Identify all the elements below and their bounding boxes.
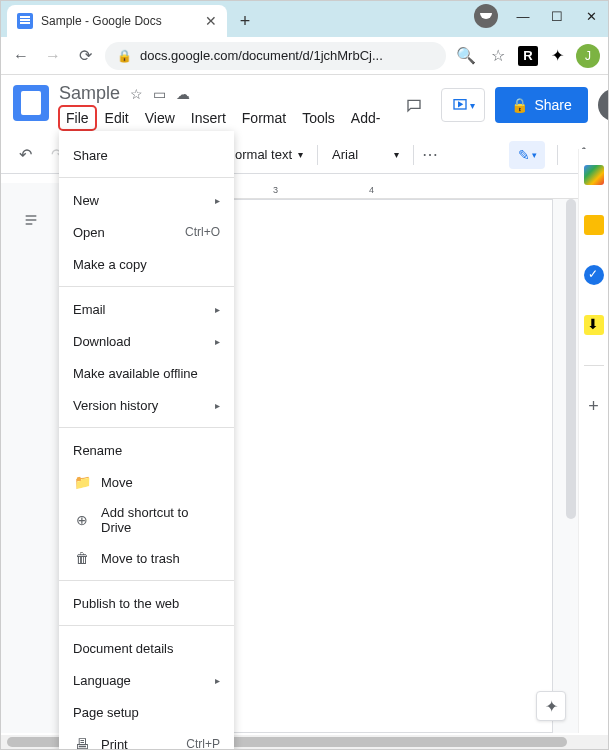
browser-avatar[interactable]: J	[576, 44, 600, 68]
url-input[interactable]: 🔒 docs.google.com/document/d/1jchMrbCj..…	[105, 42, 446, 70]
menu-item-label: Page setup	[73, 705, 220, 720]
cloud-status-icon[interactable]: ☁	[176, 86, 190, 102]
file-menu-download[interactable]: Download▸	[59, 325, 234, 357]
menu-add-[interactable]: Add-	[344, 106, 388, 130]
calendar-icon[interactable]	[584, 165, 604, 185]
file-menu-move[interactable]: 📁Move	[59, 466, 234, 498]
file-menu-make-available-offline[interactable]: Make available offline	[59, 357, 234, 389]
submenu-arrow-icon: ▸	[215, 304, 220, 315]
menu-insert[interactable]: Insert	[184, 106, 233, 130]
editing-mode-button[interactable]: ✎ ▾	[509, 141, 545, 169]
menu-item-label: Print	[101, 737, 176, 751]
move-folder-icon[interactable]: ▭	[153, 86, 166, 102]
move-icon: 📁	[73, 473, 91, 491]
reload-button[interactable]: ⟳	[73, 44, 97, 68]
present-button[interactable]: ▾	[441, 88, 485, 122]
file-menu-open[interactable]: OpenCtrl+O	[59, 216, 234, 248]
vertical-scrollbar[interactable]	[566, 199, 576, 519]
undo-button[interactable]: ↶	[11, 141, 39, 169]
menu-item-label: Language	[73, 673, 205, 688]
menu-tools[interactable]: Tools	[295, 106, 342, 130]
font-select[interactable]: Arial ▾	[326, 147, 405, 162]
comments-icon[interactable]	[397, 88, 431, 122]
incognito-icon	[474, 4, 498, 28]
explore-button[interactable]: ✦	[536, 691, 566, 721]
file-menu-document-details[interactable]: Document details	[59, 632, 234, 664]
menu-item-label: Email	[73, 302, 205, 317]
menu-item-label: Download	[73, 334, 205, 349]
ruler-tick: 4	[369, 185, 374, 195]
back-button[interactable]: ←	[9, 44, 33, 68]
menu-format[interactable]: Format	[235, 106, 293, 130]
file-menu-move-to-trash[interactable]: 🗑Move to trash	[59, 542, 234, 574]
file-menu-publish-to-the-web[interactable]: Publish to the web	[59, 587, 234, 619]
menu-bar: FileEditViewInsertFormatToolsAdd-	[59, 106, 387, 130]
docs-avatar[interactable]: J	[598, 89, 609, 121]
zoom-icon[interactable]: 🔍	[454, 44, 478, 68]
document-title[interactable]: Sample	[59, 83, 120, 104]
new-tab-button[interactable]: +	[231, 7, 259, 35]
menu-item-label: Rename	[73, 443, 220, 458]
menu-item-label: Add shortcut to Drive	[101, 505, 220, 535]
file-menu-new[interactable]: New▸	[59, 184, 234, 216]
forward-button[interactable]: →	[41, 44, 65, 68]
file-menu-share[interactable]: Share	[59, 139, 234, 171]
menu-item-label: Move to trash	[101, 551, 220, 566]
minimize-button[interactable]: —	[508, 3, 538, 29]
submenu-arrow-icon: ▸	[215, 400, 220, 411]
menu-item-label: Document details	[73, 641, 220, 656]
toolbar-more[interactable]: ⋯	[422, 145, 440, 164]
submenu-arrow-icon: ▸	[215, 195, 220, 206]
file-menu-dropdown: ShareNew▸OpenCtrl+OMake a copyEmail▸Down…	[59, 131, 234, 750]
close-tab-icon[interactable]: ✕	[205, 13, 217, 29]
url-text: docs.google.com/document/d/1jchMrbCj...	[140, 48, 383, 63]
submenu-arrow-icon: ▸	[215, 336, 220, 347]
addons-plus-icon[interactable]: +	[588, 396, 599, 417]
browser-address-bar: ← → ⟳ 🔒 docs.google.com/document/d/1jchM…	[1, 37, 608, 75]
trash-icon: 🗑	[73, 549, 91, 567]
bookmark-icon[interactable]: ☆	[486, 44, 510, 68]
menu-item-label: Publish to the web	[73, 596, 220, 611]
shortcut-label: Ctrl+P	[186, 737, 220, 750]
menu-file[interactable]: File	[59, 106, 96, 130]
close-window-button[interactable]: ✕	[576, 3, 606, 29]
submenu-arrow-icon: ▸	[215, 675, 220, 686]
menu-edit[interactable]: Edit	[98, 106, 136, 130]
file-menu-language[interactable]: Language▸	[59, 664, 234, 696]
file-menu-add-shortcut-to-drive[interactable]: ⊕Add shortcut to Drive	[59, 498, 234, 542]
menu-view[interactable]: View	[138, 106, 182, 130]
extension-r-icon[interactable]: R	[518, 46, 538, 66]
style-select[interactable]: ormal text ▾	[229, 147, 309, 162]
star-icon[interactable]: ☆	[130, 86, 143, 102]
menu-item-label: Make a copy	[73, 257, 220, 272]
menu-item-label: Open	[73, 225, 175, 240]
file-menu-version-history[interactable]: Version history▸	[59, 389, 234, 421]
menu-item-label: Make available offline	[73, 366, 220, 381]
docs-header: Sample ☆ ▭ ☁ FileEditViewInsertFormatToo…	[1, 75, 608, 130]
keep-icon[interactable]	[584, 215, 604, 235]
tasks-icon[interactable]	[584, 265, 604, 285]
share-label: Share	[534, 97, 571, 113]
lock-icon: 🔒	[511, 97, 528, 113]
browser-tab[interactable]: Sample - Google Docs ✕	[7, 5, 227, 37]
maximize-button[interactable]: ☐	[542, 3, 572, 29]
side-panel: +	[578, 149, 608, 733]
menu-item-label: Version history	[73, 398, 205, 413]
file-menu-print[interactable]: 🖶PrintCtrl+P	[59, 728, 234, 750]
print-icon: 🖶	[73, 735, 91, 750]
menu-item-label: Move	[101, 475, 220, 490]
file-menu-rename[interactable]: Rename	[59, 434, 234, 466]
browser-titlebar: Sample - Google Docs ✕ + — ☐ ✕	[1, 1, 608, 37]
extensions-icon[interactable]: ✦	[546, 45, 568, 67]
chevron-down-icon: ▾	[298, 149, 303, 160]
maps-icon[interactable]	[584, 315, 604, 335]
file-menu-page-setup[interactable]: Page setup	[59, 696, 234, 728]
outline-icon[interactable]	[16, 205, 46, 235]
share-button[interactable]: 🔒 Share	[495, 87, 587, 123]
docs-logo[interactable]	[13, 85, 49, 121]
docs-favicon	[17, 13, 33, 29]
file-menu-make-a-copy[interactable]: Make a copy	[59, 248, 234, 280]
ruler-tick: 3	[273, 185, 278, 195]
shortcut-label: Ctrl+O	[185, 225, 220, 239]
file-menu-email[interactable]: Email▸	[59, 293, 234, 325]
